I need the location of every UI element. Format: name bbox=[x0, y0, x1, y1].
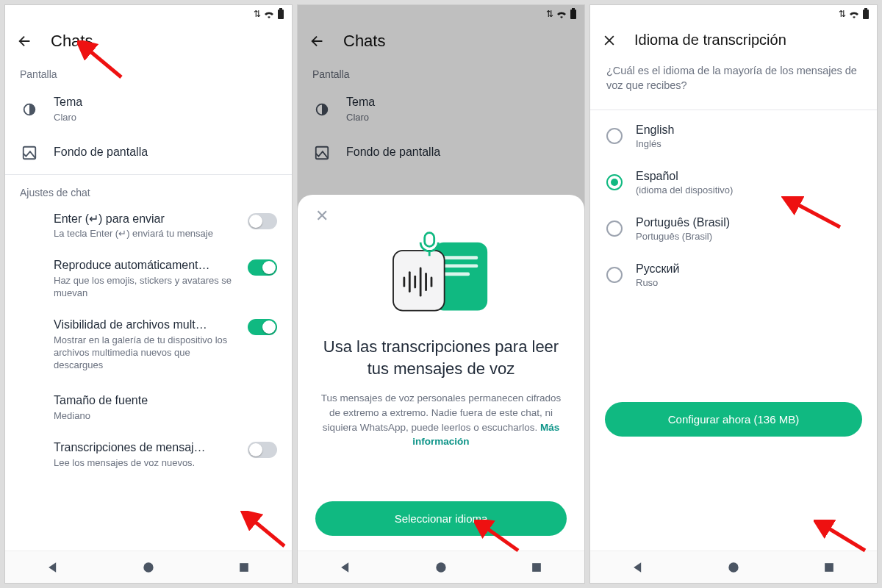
battery-icon bbox=[862, 8, 870, 20]
theme-row[interactable]: Tema Claro bbox=[5, 85, 292, 135]
wifi-icon bbox=[848, 10, 860, 18]
section-chat-label: Ajustes de chat bbox=[5, 178, 292, 203]
wifi-icon bbox=[263, 10, 275, 18]
wallpaper-row[interactable]: Fondo de pantalla bbox=[5, 135, 292, 171]
close-icon[interactable] bbox=[602, 33, 617, 48]
svg-rect-31 bbox=[825, 563, 833, 572]
radio-icon bbox=[606, 267, 623, 283]
close-icon[interactable]: ✕ bbox=[315, 207, 329, 226]
swap-icon: ⇅ bbox=[839, 9, 846, 19]
lang-option-portuguese[interactable]: Português (Brasil) Português (Brasil) bbox=[590, 206, 877, 252]
android-nav-bar bbox=[298, 551, 584, 583]
autoplay-desc: Haz que los emojis, stickers y avatares … bbox=[54, 275, 239, 300]
nav-recent-icon[interactable] bbox=[237, 560, 251, 575]
screen-3-language-select: ⇅ Idioma de transcripción ¿Cuál es el id… bbox=[589, 4, 878, 584]
configure-now-button[interactable]: Configurar ahora (136 MB) bbox=[605, 402, 862, 437]
screen-2-transcription-sheet: ⇅ Chats Pantalla Tema Claro Fondo de pan bbox=[297, 4, 585, 584]
svg-rect-15 bbox=[442, 273, 470, 276]
header: Chats bbox=[5, 23, 292, 60]
nav-home-icon[interactable] bbox=[434, 560, 448, 575]
battery-icon bbox=[277, 8, 284, 20]
back-arrow-icon[interactable] bbox=[17, 33, 33, 49]
enter-desc: La tecla Enter (↵) enviará tu mensaje bbox=[54, 228, 239, 240]
svg-rect-14 bbox=[442, 264, 478, 268]
transcribe-label: Transcripciones de mensaj… bbox=[54, 440, 239, 456]
nav-home-icon[interactable] bbox=[726, 560, 741, 575]
theme-value: Claro bbox=[54, 112, 277, 124]
annotation-arrow bbox=[240, 511, 292, 552]
transcription-illustration bbox=[386, 230, 496, 326]
fontsize-value: Mediano bbox=[54, 410, 277, 423]
autoplay-row[interactable]: Reproduce automáticament… Haz que los em… bbox=[5, 249, 292, 309]
divider bbox=[5, 174, 292, 175]
enter-to-send-row[interactable]: Enter (↵) para enviar La tecla Enter (↵)… bbox=[5, 203, 292, 250]
svg-rect-26 bbox=[532, 563, 541, 572]
status-bar: ⇅ bbox=[590, 5, 877, 23]
nav-back-icon[interactable] bbox=[338, 560, 353, 575]
nav-home-icon[interactable] bbox=[141, 560, 156, 575]
fontsize-label: Tamaño de fuente bbox=[54, 393, 277, 409]
svg-point-30 bbox=[728, 562, 738, 572]
media-desc: Mostrar en la galería de tu dispositivo … bbox=[54, 334, 239, 372]
transcription-row[interactable]: Transcripciones de mensaj… Lee los mensa… bbox=[5, 431, 292, 478]
swap-icon: ⇅ bbox=[254, 9, 261, 19]
theme-label: Tema bbox=[54, 95, 277, 110]
lang-option-english[interactable]: English Inglés bbox=[590, 113, 877, 159]
nav-back-icon[interactable] bbox=[46, 560, 60, 575]
svg-rect-1 bbox=[279, 8, 282, 10]
radio-icon bbox=[606, 128, 623, 144]
lang-option-russian[interactable]: Русский Ruso bbox=[590, 252, 877, 298]
sheet-body: Tus mensajes de voz personales permanece… bbox=[315, 391, 567, 448]
divider bbox=[590, 110, 877, 110]
media-visibility-row[interactable]: Visibilidad de archivos mult… Mostrar en… bbox=[5, 309, 292, 380]
radio-icon bbox=[606, 174, 623, 190]
svg-rect-28 bbox=[863, 10, 869, 19]
theme-icon bbox=[21, 101, 37, 118]
svg-line-33 bbox=[824, 526, 865, 551]
android-nav-bar bbox=[590, 551, 877, 583]
page-title: Chats bbox=[51, 32, 93, 51]
svg-rect-5 bbox=[240, 563, 248, 572]
svg-rect-29 bbox=[864, 8, 867, 10]
sheet-title: Usa las transcripciones para leer tus me… bbox=[315, 336, 567, 379]
select-language-button[interactable]: Seleccionar idioma bbox=[315, 501, 567, 536]
svg-rect-13 bbox=[442, 256, 478, 259]
page-title: Idioma de transcripción bbox=[634, 32, 786, 49]
section-display-label: Pantalla bbox=[5, 60, 292, 85]
nav-recent-icon[interactable] bbox=[529, 560, 544, 575]
font-size-row[interactable]: Tamaño de fuente Mediano bbox=[5, 380, 292, 431]
svg-rect-0 bbox=[278, 10, 284, 19]
svg-line-7 bbox=[251, 518, 284, 546]
media-toggle[interactable] bbox=[248, 319, 277, 335]
lang-option-spanish[interactable]: Español (idioma del dispositivo) bbox=[590, 159, 877, 206]
radio-icon bbox=[606, 220, 623, 237]
media-label: Visibilidad de archivos mult… bbox=[54, 318, 239, 333]
svg-point-25 bbox=[436, 562, 445, 572]
nav-back-icon[interactable] bbox=[631, 560, 645, 575]
wallpaper-label: Fondo de pantalla bbox=[54, 145, 277, 160]
autoplay-label: Reproduce automáticament… bbox=[54, 258, 239, 273]
enter-toggle[interactable] bbox=[248, 213, 277, 229]
transcription-bottom-sheet: ✕ bbox=[298, 195, 584, 551]
question-text: ¿Cuál es el idioma de la mayoría de los … bbox=[590, 57, 877, 107]
enter-label: Enter (↵) para enviar bbox=[54, 212, 239, 227]
nav-recent-icon[interactable] bbox=[822, 560, 836, 575]
transcribe-toggle[interactable] bbox=[248, 442, 277, 458]
svg-rect-16 bbox=[393, 251, 445, 311]
transcribe-desc: Lee los mensajes de voz nuevos. bbox=[54, 457, 239, 470]
autoplay-toggle[interactable] bbox=[248, 259, 277, 276]
svg-point-4 bbox=[143, 562, 153, 572]
status-bar: ⇅ bbox=[5, 5, 292, 23]
android-nav-bar bbox=[5, 551, 292, 583]
screen-1-chats-settings: ⇅ Chats Pantalla Tema Claro Fondo de pan… bbox=[4, 4, 293, 584]
wallpaper-icon bbox=[21, 145, 37, 161]
svg-rect-23 bbox=[425, 233, 434, 247]
header: Idioma de transcripción bbox=[590, 23, 877, 57]
